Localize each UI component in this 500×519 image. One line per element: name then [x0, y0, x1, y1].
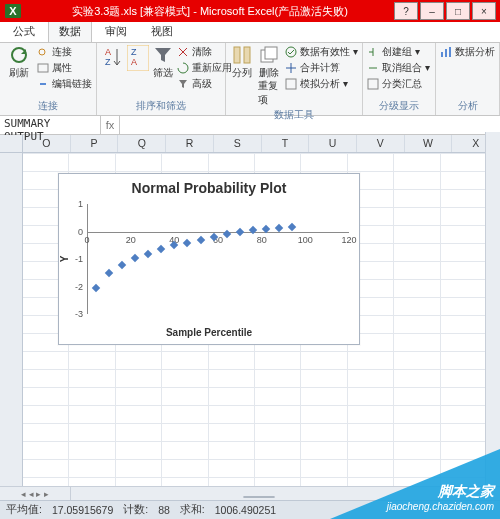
column-header-V[interactable]: V — [357, 135, 405, 152]
column-header-U[interactable]: U — [309, 135, 357, 152]
status-bar: 平均值: 17.05915679 计数: 88 求和: 1006.490251 — [0, 500, 500, 519]
formula-input[interactable] — [120, 116, 500, 134]
group-label-analysis: 分析 — [440, 98, 495, 113]
reapply-button[interactable]: 重新应用 — [177, 61, 232, 75]
data-point — [236, 228, 244, 236]
advanced-icon — [177, 78, 189, 90]
svg-text:X: X — [9, 5, 17, 17]
consolidate-icon — [285, 62, 297, 74]
fx-button[interactable]: fx — [101, 116, 120, 134]
data-point — [249, 226, 257, 234]
status-average-label: 平均值: — [6, 503, 42, 517]
refresh-label: 刷新 — [9, 66, 29, 80]
hscroll-thumb[interactable] — [243, 496, 275, 498]
sort-asc-button[interactable]: AZ — [101, 45, 123, 71]
consolidate-button[interactable]: 合并计算 — [285, 61, 358, 75]
remove-duplicates-button[interactable]: 删除 重复项 — [258, 45, 282, 107]
remove-label: 删除 — [259, 66, 279, 80]
vertical-scrollbar[interactable] — [485, 132, 500, 487]
select-all-corner[interactable] — [0, 135, 23, 152]
data-analysis-button[interactable]: 数据分析 — [440, 45, 495, 59]
name-box[interactable]: SUMMARY OUTPUT — [0, 116, 101, 134]
group-icon — [367, 46, 379, 58]
data-validation-button[interactable]: 数据有效性 ▾ — [285, 45, 358, 59]
column-header-W[interactable]: W — [405, 135, 453, 152]
close-button[interactable]: × — [472, 2, 496, 20]
group-label-connections: 连接 — [4, 98, 92, 113]
whatif-icon — [285, 78, 297, 90]
tab-view[interactable]: 视图 — [140, 20, 184, 42]
column-header-T[interactable]: T — [262, 135, 310, 152]
svg-point-13 — [286, 47, 296, 57]
subtotal-icon — [367, 78, 379, 90]
status-average-value: 17.05915679 — [52, 504, 113, 516]
edit-links-button[interactable]: 编辑链接 — [37, 77, 92, 91]
duplicates-label: 重复项 — [258, 79, 282, 107]
advanced-filter-button[interactable]: 高级 — [177, 77, 232, 91]
data-point — [105, 269, 113, 277]
data-point — [196, 236, 204, 244]
svg-rect-17 — [445, 49, 447, 57]
funnel-icon — [153, 45, 173, 65]
subtotal-button[interactable]: 分类汇总 — [367, 77, 430, 91]
column-header-O[interactable]: O — [23, 135, 71, 152]
tab-formulas[interactable]: 公式 — [2, 20, 46, 42]
text-to-columns-label: 分列 — [232, 66, 252, 80]
ribbon: 刷新 连接 属性 编辑链接 连接 AZ ZA 筛选 清除 重新应用 — [0, 43, 500, 116]
analysis-icon — [440, 46, 452, 58]
data-point — [91, 284, 99, 292]
refresh-button[interactable]: 刷新 — [4, 45, 33, 80]
svg-rect-15 — [368, 79, 378, 89]
ytick: 0 — [69, 227, 83, 237]
sort-za-button[interactable]: ZA — [127, 45, 149, 71]
status-count-label: 计数: — [123, 503, 148, 517]
sort-az-icon: AZ — [101, 45, 123, 71]
clear-filter-button[interactable]: 清除 — [177, 45, 232, 59]
svg-text:A: A — [105, 47, 111, 57]
chart-plot-area: 020406080100120-3-2-101 — [87, 204, 349, 314]
data-point — [144, 249, 152, 257]
clear-icon — [177, 46, 189, 58]
ribbon-tabs: 公式 数据 审阅 视图 — [0, 22, 500, 43]
worksheet-grid[interactable]: Normal Probability Plot Y 02040608010012… — [0, 153, 500, 500]
window-titlebar: X 实验3.3题.xls [兼容模式] - Microsoft Excel(产品… — [0, 0, 500, 22]
horizontal-scrollbar[interactable]: ◂ ◂ ▸ ▸ — [0, 486, 500, 501]
filter-label: 筛选 — [153, 66, 173, 80]
data-point — [157, 245, 165, 253]
svg-rect-18 — [449, 47, 451, 57]
svg-rect-10 — [244, 47, 250, 63]
sort-za-icon: ZA — [127, 45, 149, 71]
window-title: 实验3.3题.xls [兼容模式] - Microsoft Excel(产品激活… — [26, 4, 394, 19]
embedded-chart[interactable]: Normal Probability Plot Y 02040608010012… — [58, 173, 360, 345]
text-to-columns-button[interactable]: 分列 — [230, 45, 254, 80]
xtick: 120 — [341, 235, 357, 245]
sheet-tab-nav[interactable]: ◂ ◂ ▸ ▸ — [0, 487, 71, 501]
group-label-outline: 分级显示 — [367, 98, 431, 113]
column-header-P[interactable]: P — [71, 135, 119, 152]
svg-rect-3 — [38, 64, 48, 72]
status-sum-value: 1006.490251 — [215, 504, 276, 516]
ungroup-button[interactable]: 取消组合 ▾ — [367, 61, 430, 75]
help-button[interactable]: ? — [394, 2, 418, 20]
svg-rect-9 — [234, 47, 240, 63]
tab-data[interactable]: 数据 — [48, 20, 92, 42]
data-point — [183, 238, 191, 246]
data-point — [131, 253, 139, 261]
column-header-S[interactable]: S — [214, 135, 262, 152]
group-button[interactable]: 创建组 ▾ — [367, 45, 430, 59]
minimize-button[interactable]: – — [420, 2, 444, 20]
svg-rect-16 — [441, 52, 443, 57]
whatif-button[interactable]: 模拟分析 ▾ — [285, 77, 358, 91]
xtick: 80 — [254, 235, 270, 245]
status-sum-label: 求和: — [180, 503, 205, 517]
status-count-value: 88 — [158, 504, 170, 516]
connections-button[interactable]: 连接 — [37, 45, 92, 59]
properties-button[interactable]: 属性 — [37, 61, 92, 75]
column-header-Q[interactable]: Q — [118, 135, 166, 152]
filter-button[interactable]: 筛选 — [153, 45, 173, 80]
tab-review[interactable]: 审阅 — [94, 20, 138, 42]
refresh-icon — [9, 45, 29, 65]
reapply-icon — [177, 62, 189, 74]
maximize-button[interactable]: □ — [446, 2, 470, 20]
column-header-R[interactable]: R — [166, 135, 214, 152]
